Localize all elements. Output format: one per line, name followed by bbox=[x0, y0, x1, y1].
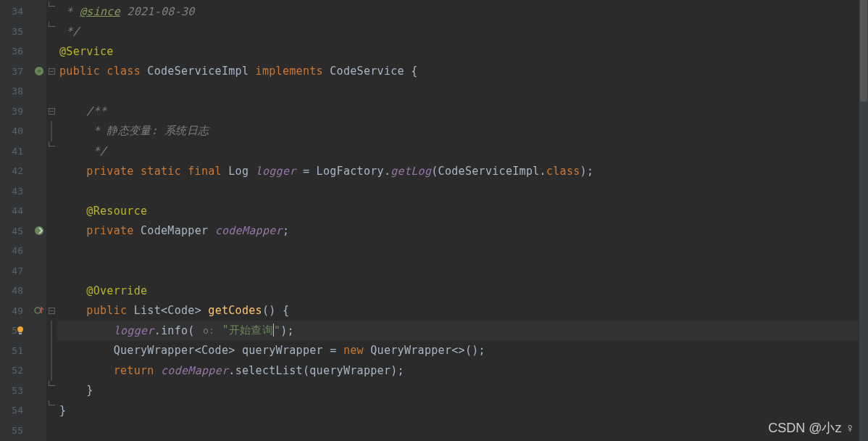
token-type: QueryWrapper<Code> queryWrapper bbox=[114, 344, 330, 357]
fold-line-icon bbox=[51, 121, 52, 141]
gutter-line[interactable]: 49 bbox=[0, 301, 46, 321]
bulb-icon[interactable] bbox=[14, 325, 26, 337]
line-number: 53 bbox=[1, 385, 23, 396]
fold-cell[interactable] bbox=[46, 281, 57, 301]
fold-cell[interactable] bbox=[46, 121, 57, 141]
fold-cell[interactable] bbox=[46, 261, 57, 281]
gutter-line[interactable]: 44 bbox=[0, 201, 46, 221]
fold-line-icon bbox=[51, 341, 52, 361]
token-type bbox=[59, 144, 86, 157]
code-line[interactable]: QueryWrapper<Code> queryWrapper = new Qu… bbox=[57, 341, 868, 361]
code-line[interactable] bbox=[57, 261, 868, 281]
override-icon[interactable] bbox=[33, 305, 45, 316]
fold-cell[interactable] bbox=[46, 360, 57, 381]
fold-cell[interactable] bbox=[46, 400, 57, 421]
gutter-line[interactable]: 48 bbox=[0, 281, 46, 301]
token-type bbox=[59, 364, 114, 377]
impl-icon[interactable] bbox=[33, 225, 45, 236]
code-line[interactable] bbox=[57, 421, 868, 441]
gutter-line[interactable]: 35 bbox=[0, 22, 46, 42]
code-line[interactable]: logger.info( o: "开始查询"); bbox=[57, 321, 868, 341]
gutter-line[interactable]: 52 bbox=[0, 360, 46, 381]
gutter-line[interactable]: 36 bbox=[0, 41, 46, 62]
code-line[interactable]: return codeMapper.selectList(queryWrappe… bbox=[57, 360, 868, 381]
fold-cell[interactable] bbox=[46, 141, 57, 162]
fold-cell[interactable] bbox=[46, 41, 57, 62]
gutter-line[interactable]: 54 bbox=[0, 400, 46, 421]
fold-cell[interactable] bbox=[46, 421, 57, 441]
token-comment: * bbox=[59, 5, 80, 18]
line-number: 47 bbox=[1, 265, 23, 276]
fold-cell[interactable] bbox=[46, 181, 57, 202]
fold-cell[interactable] bbox=[46, 381, 57, 401]
gutter-line[interactable]: 37 bbox=[0, 62, 46, 82]
fold-cell[interactable] bbox=[46, 321, 57, 341]
code-line[interactable] bbox=[57, 181, 868, 202]
code-line[interactable]: private CodeMapper codeMapper; bbox=[57, 221, 868, 242]
gutter[interactable]: 3435363738394041424344454647484950515253… bbox=[0, 0, 46, 441]
token-punct: ( bbox=[431, 165, 438, 178]
code-line[interactable]: public class CodeServiceImpl implements … bbox=[57, 62, 868, 82]
token-kw: return bbox=[114, 364, 161, 377]
code-line[interactable]: @Service bbox=[57, 41, 868, 62]
code-line[interactable]: * @since 2021-08-30 bbox=[57, 1, 868, 22]
token-kw: new bbox=[343, 344, 370, 357]
fold-cell[interactable] bbox=[46, 201, 57, 221]
gutter-line[interactable]: 39 bbox=[0, 102, 46, 122]
code-line[interactable] bbox=[57, 81, 868, 102]
fold-cell[interactable] bbox=[46, 1, 57, 22]
gutter-line[interactable]: 53 bbox=[0, 381, 46, 401]
bean-icon[interactable] bbox=[33, 65, 45, 77]
fold-cell[interactable] bbox=[46, 81, 57, 102]
line-number: 45 bbox=[1, 226, 23, 236]
token-kw: private bbox=[86, 224, 141, 237]
fold-cell[interactable] bbox=[46, 22, 57, 42]
token-type: Log bbox=[228, 165, 255, 178]
gutter-line[interactable]: 46 bbox=[0, 241, 46, 261]
token-type bbox=[59, 324, 114, 337]
token-punct: { bbox=[411, 65, 417, 78]
fold-end-icon bbox=[49, 400, 55, 405]
gutter-line[interactable]: 43 bbox=[0, 181, 46, 202]
token-punct: (); bbox=[465, 344, 485, 357]
code-line[interactable]: public List<Code> getCodes() { bbox=[57, 301, 868, 321]
fold-end-icon bbox=[49, 141, 55, 147]
code-line[interactable]: */ bbox=[57, 22, 868, 42]
code-line[interactable]: private static final Log logger = LogFac… bbox=[57, 161, 868, 181]
fold-area[interactable] bbox=[46, 0, 57, 441]
gutter-line[interactable]: 50 bbox=[0, 321, 46, 341]
fold-cell[interactable] bbox=[46, 221, 57, 242]
code-line[interactable]: * 静态变量: 系统日志 bbox=[57, 121, 868, 141]
gutter-line[interactable]: 42 bbox=[0, 161, 46, 181]
code-line[interactable]: @Resource bbox=[57, 201, 868, 221]
fold-cell[interactable] bbox=[46, 62, 57, 82]
fold-collapse-icon[interactable] bbox=[49, 68, 55, 75]
code-line[interactable] bbox=[57, 241, 868, 261]
fold-cell[interactable] bbox=[46, 102, 57, 122]
gutter-line[interactable]: 34 bbox=[0, 1, 46, 22]
code-line[interactable]: */ bbox=[57, 141, 868, 162]
code-editor[interactable]: 3435363738394041424344454647484950515253… bbox=[0, 0, 868, 441]
code-line[interactable]: /** bbox=[57, 102, 868, 122]
gutter-line[interactable]: 47 bbox=[0, 261, 46, 281]
fold-cell[interactable] bbox=[46, 301, 57, 321]
gutter-line[interactable]: 40 bbox=[0, 121, 46, 141]
code-line[interactable]: } bbox=[57, 400, 868, 421]
code-line[interactable]: } bbox=[57, 381, 868, 401]
scrollbar[interactable] bbox=[859, 0, 868, 441]
gutter-line[interactable]: 41 bbox=[0, 141, 46, 162]
code-area[interactable]: * @since 2021-08-30 */@Servicepublic cla… bbox=[57, 0, 868, 441]
token-type: CodeService bbox=[330, 65, 411, 78]
fold-cell[interactable] bbox=[46, 241, 57, 261]
fold-collapse-icon[interactable] bbox=[49, 108, 55, 115]
code-line[interactable]: @Override bbox=[57, 281, 868, 301]
scroll-thumb[interactable] bbox=[860, 0, 867, 102]
fold-cell[interactable] bbox=[46, 341, 57, 361]
gutter-line[interactable]: 55 bbox=[0, 421, 46, 441]
fold-collapse-icon[interactable] bbox=[49, 308, 55, 314]
gutter-line[interactable]: 45 bbox=[0, 221, 46, 242]
gutter-line[interactable]: 51 bbox=[0, 341, 46, 361]
gutter-line[interactable]: 38 bbox=[0, 81, 46, 102]
fold-cell[interactable] bbox=[46, 161, 57, 181]
token-field: logger bbox=[256, 165, 296, 178]
